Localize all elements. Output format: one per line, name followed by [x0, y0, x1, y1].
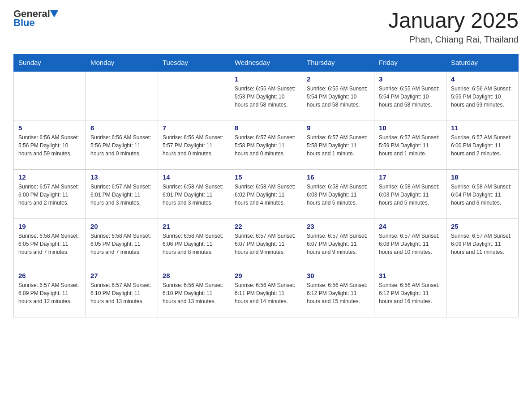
- table-row: 7Sunrise: 6:56 AM Sunset: 5:57 PM Daylig…: [158, 120, 230, 170]
- day-number: 15: [235, 173, 297, 181]
- day-info: Sunrise: 6:56 AM Sunset: 6:12 PM Dayligh…: [379, 281, 442, 305]
- day-info: Sunrise: 6:58 AM Sunset: 6:03 PM Dayligh…: [379, 183, 442, 207]
- table-row: 27Sunrise: 6:57 AM Sunset: 6:10 PM Dayli…: [86, 268, 158, 317]
- table-row: 19Sunrise: 6:58 AM Sunset: 6:05 PM Dayli…: [14, 219, 86, 268]
- day-number: 5: [18, 124, 81, 132]
- table-row: [14, 71, 86, 120]
- day-number: 8: [235, 124, 297, 132]
- day-number: 11: [451, 124, 514, 132]
- header-saturday: Saturday: [446, 54, 519, 71]
- header-thursday: Thursday: [302, 54, 374, 71]
- day-info: Sunrise: 6:55 AM Sunset: 5:53 PM Dayligh…: [235, 85, 297, 109]
- table-row: 23Sunrise: 6:57 AM Sunset: 6:07 PM Dayli…: [302, 219, 374, 268]
- day-number: 30: [307, 272, 369, 279]
- day-info: Sunrise: 6:55 AM Sunset: 5:54 PM Dayligh…: [379, 85, 442, 109]
- table-row: 18Sunrise: 6:58 AM Sunset: 6:04 PM Dayli…: [446, 170, 519, 219]
- day-info: Sunrise: 6:58 AM Sunset: 6:01 PM Dayligh…: [163, 183, 225, 207]
- table-row: 2Sunrise: 6:55 AM Sunset: 5:54 PM Daylig…: [302, 71, 374, 120]
- table-row: 3Sunrise: 6:55 AM Sunset: 5:54 PM Daylig…: [374, 71, 446, 120]
- table-row: 13Sunrise: 6:57 AM Sunset: 6:01 PM Dayli…: [86, 170, 158, 219]
- day-info: Sunrise: 6:57 AM Sunset: 6:09 PM Dayligh…: [451, 232, 514, 256]
- table-row: 9Sunrise: 6:57 AM Sunset: 5:58 PM Daylig…: [302, 120, 374, 170]
- day-info: Sunrise: 6:58 AM Sunset: 6:06 PM Dayligh…: [163, 232, 225, 256]
- table-row: 29Sunrise: 6:56 AM Sunset: 6:11 PM Dayli…: [230, 268, 302, 317]
- day-info: Sunrise: 6:58 AM Sunset: 6:05 PM Dayligh…: [18, 232, 81, 256]
- day-info: Sunrise: 6:55 AM Sunset: 5:54 PM Dayligh…: [307, 85, 369, 109]
- header-monday: Monday: [86, 54, 158, 71]
- title-block: January 2025 Phan, Chiang Rai, Thailand: [388, 9, 519, 45]
- table-row: 1Sunrise: 6:55 AM Sunset: 5:53 PM Daylig…: [230, 71, 302, 120]
- table-row: 28Sunrise: 6:56 AM Sunset: 6:10 PM Dayli…: [158, 268, 230, 317]
- header-tuesday: Tuesday: [158, 54, 230, 71]
- day-info: Sunrise: 6:56 AM Sunset: 5:56 PM Dayligh…: [18, 133, 81, 158]
- day-number: 14: [163, 173, 225, 181]
- day-info: Sunrise: 6:57 AM Sunset: 6:00 PM Dayligh…: [18, 183, 81, 207]
- table-row: 15Sunrise: 6:58 AM Sunset: 6:02 PM Dayli…: [230, 170, 302, 219]
- day-info: Sunrise: 6:57 AM Sunset: 5:58 PM Dayligh…: [235, 133, 297, 158]
- table-row: 25Sunrise: 6:57 AM Sunset: 6:09 PM Dayli…: [446, 219, 519, 268]
- day-number: 26: [18, 272, 81, 279]
- day-number: 24: [379, 223, 442, 230]
- day-info: Sunrise: 6:56 AM Sunset: 5:57 PM Dayligh…: [163, 133, 225, 158]
- calendar-week-row: 1Sunrise: 6:55 AM Sunset: 5:53 PM Daylig…: [14, 71, 519, 120]
- page-header: General Blue January 2025 Phan, Chiang R…: [13, 9, 519, 45]
- day-info: Sunrise: 6:56 AM Sunset: 6:12 PM Dayligh…: [307, 281, 369, 305]
- day-number: 1: [235, 75, 297, 83]
- day-number: 20: [90, 223, 153, 230]
- day-number: 17: [379, 173, 442, 181]
- day-number: 7: [163, 124, 225, 132]
- day-info: Sunrise: 6:57 AM Sunset: 6:01 PM Dayligh…: [90, 183, 153, 207]
- calendar-subtitle: Phan, Chiang Rai, Thailand: [388, 34, 519, 45]
- logo-triangle-icon: [50, 10, 58, 17]
- calendar-week-row: 5Sunrise: 6:56 AM Sunset: 5:56 PM Daylig…: [14, 120, 519, 170]
- day-info: Sunrise: 6:56 AM Sunset: 6:10 PM Dayligh…: [163, 281, 225, 305]
- day-info: Sunrise: 6:57 AM Sunset: 6:08 PM Dayligh…: [379, 232, 442, 256]
- table-row: 20Sunrise: 6:58 AM Sunset: 6:05 PM Dayli…: [86, 219, 158, 268]
- day-number: 31: [379, 272, 442, 279]
- table-row: 14Sunrise: 6:58 AM Sunset: 6:01 PM Dayli…: [158, 170, 230, 219]
- day-info: Sunrise: 6:58 AM Sunset: 6:05 PM Dayligh…: [90, 232, 153, 256]
- day-number: 9: [307, 124, 369, 132]
- day-info: Sunrise: 6:57 AM Sunset: 6:07 PM Dayligh…: [235, 232, 297, 256]
- header-sunday: Sunday: [14, 54, 86, 71]
- day-number: 25: [451, 223, 514, 230]
- day-number: 10: [379, 124, 442, 132]
- svg-marker-0: [50, 10, 58, 17]
- day-info: Sunrise: 6:57 AM Sunset: 6:09 PM Dayligh…: [18, 281, 81, 305]
- day-info: Sunrise: 6:56 AM Sunset: 6:11 PM Dayligh…: [235, 281, 297, 305]
- calendar-table: Sunday Monday Tuesday Wednesday Thursday…: [13, 54, 519, 318]
- day-number: 4: [451, 75, 514, 83]
- header-wednesday: Wednesday: [230, 54, 302, 71]
- calendar-week-row: 12Sunrise: 6:57 AM Sunset: 6:00 PM Dayli…: [14, 170, 519, 219]
- day-info: Sunrise: 6:56 AM Sunset: 5:56 PM Dayligh…: [90, 133, 153, 158]
- day-info: Sunrise: 6:58 AM Sunset: 6:02 PM Dayligh…: [235, 183, 297, 207]
- day-number: 27: [90, 272, 153, 279]
- table-row: 10Sunrise: 6:57 AM Sunset: 5:59 PM Dayli…: [374, 120, 446, 170]
- day-number: 23: [307, 223, 369, 230]
- day-number: 3: [379, 75, 442, 83]
- day-number: 12: [18, 173, 81, 181]
- day-number: 21: [163, 223, 225, 230]
- day-number: 18: [451, 173, 514, 181]
- table-row: 17Sunrise: 6:58 AM Sunset: 6:03 PM Dayli…: [374, 170, 446, 219]
- day-number: 6: [90, 124, 153, 132]
- logo: General Blue: [13, 9, 59, 28]
- table-row: [158, 71, 230, 120]
- day-info: Sunrise: 6:57 AM Sunset: 6:07 PM Dayligh…: [307, 232, 369, 256]
- calendar-week-row: 26Sunrise: 6:57 AM Sunset: 6:09 PM Dayli…: [14, 268, 519, 317]
- day-info: Sunrise: 6:58 AM Sunset: 6:04 PM Dayligh…: [451, 183, 514, 207]
- table-row: 8Sunrise: 6:57 AM Sunset: 5:58 PM Daylig…: [230, 120, 302, 170]
- table-row: 12Sunrise: 6:57 AM Sunset: 6:00 PM Dayli…: [14, 170, 86, 219]
- table-row: [86, 71, 158, 120]
- day-number: 29: [235, 272, 297, 279]
- day-number: 28: [163, 272, 225, 279]
- table-row: 6Sunrise: 6:56 AM Sunset: 5:56 PM Daylig…: [86, 120, 158, 170]
- day-number: 16: [307, 173, 369, 181]
- day-info: Sunrise: 6:56 AM Sunset: 5:55 PM Dayligh…: [451, 85, 514, 109]
- table-row: 21Sunrise: 6:58 AM Sunset: 6:06 PM Dayli…: [158, 219, 230, 268]
- day-number: 22: [235, 223, 297, 230]
- day-number: 19: [18, 223, 81, 230]
- calendar-week-row: 19Sunrise: 6:58 AM Sunset: 6:05 PM Dayli…: [14, 219, 519, 268]
- table-row: 30Sunrise: 6:56 AM Sunset: 6:12 PM Dayli…: [302, 268, 374, 317]
- day-info: Sunrise: 6:57 AM Sunset: 5:58 PM Dayligh…: [307, 133, 369, 158]
